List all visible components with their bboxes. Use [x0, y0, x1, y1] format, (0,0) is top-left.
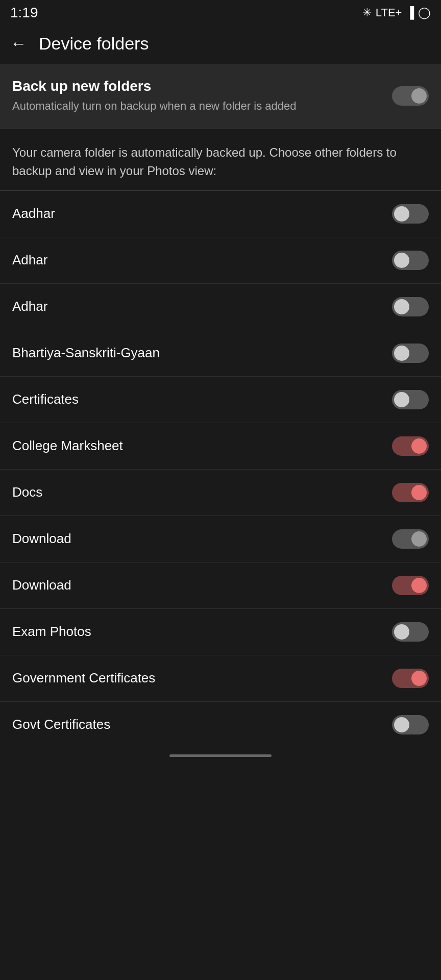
folder-toggle-0[interactable]: [392, 204, 429, 224]
folder-toggle-1[interactable]: [392, 251, 429, 270]
backup-new-description: Automatically turn on backup when a new …: [12, 99, 382, 114]
folder-name: Govt Certificates: [12, 717, 110, 732]
folder-name: Certificates: [12, 391, 79, 407]
folder-toggle-7[interactable]: [392, 529, 429, 549]
folder-toggle-11[interactable]: [392, 715, 429, 734]
folder-item: Exam Photos: [0, 609, 441, 655]
folder-toggle-4[interactable]: [392, 390, 429, 409]
folder-toggle-6[interactable]: [392, 483, 429, 502]
folder-name: Adhar: [12, 252, 47, 268]
folder-toggle-3[interactable]: [392, 344, 429, 363]
bottom-nav-indicator: [0, 748, 441, 763]
signal-icon: ▐: [406, 6, 414, 19]
battery-icon: ◯: [418, 6, 431, 19]
status-icons: ✳ LTE+ ▐ ◯: [362, 6, 431, 19]
folder-name: Download: [12, 531, 71, 547]
folder-name: Government Certificates: [12, 670, 155, 686]
back-button[interactable]: ←: [10, 34, 27, 53]
folder-item: Certificates: [0, 377, 441, 423]
folder-toggle-2[interactable]: [392, 297, 429, 316]
folder-item: Aadhar: [0, 191, 441, 237]
folder-item: Download: [0, 516, 441, 562]
folder-name: Adhar: [12, 299, 47, 314]
folder-toggle-8[interactable]: [392, 576, 429, 595]
folder-name: Download: [12, 577, 71, 593]
folder-item: Adhar: [0, 237, 441, 284]
header: ← Device folders: [0, 26, 441, 64]
folder-item: Govt Certificates: [0, 702, 441, 748]
folder-toggle-9[interactable]: [392, 622, 429, 642]
description-section: Your camera folder is automatically back…: [0, 129, 441, 191]
folder-toggle-10[interactable]: [392, 669, 429, 688]
backup-new-toggle[interactable]: [392, 86, 429, 106]
status-time: 1:19: [10, 5, 38, 21]
folder-name: College Marksheet: [12, 438, 123, 454]
folder-name: Docs: [12, 484, 42, 500]
folder-name: Aadhar: [12, 206, 55, 222]
nav-bar-line: [169, 754, 272, 757]
folder-item: Download: [0, 562, 441, 609]
folder-item: College Marksheet: [0, 423, 441, 470]
folder-item: Bhartiya-Sanskriti-Gyaan: [0, 330, 441, 377]
description-text: Your camera folder is automatically back…: [12, 143, 429, 180]
folder-toggle-5[interactable]: [392, 436, 429, 456]
backup-new-title: Back up new folders: [12, 78, 382, 94]
folder-list: AadharAdharAdharBhartiya-Sanskriti-Gyaan…: [0, 191, 441, 748]
page-title: Device folders: [39, 34, 149, 54]
folder-item: Government Certificates: [0, 655, 441, 702]
folder-name: Exam Photos: [12, 624, 91, 640]
lte-indicator: LTE+: [376, 6, 402, 19]
folder-item: Docs: [0, 470, 441, 516]
status-bar: 1:19 ✳ LTE+ ▐ ◯: [0, 0, 441, 26]
folder-name: Bhartiya-Sanskriti-Gyaan: [12, 345, 160, 361]
pinwheel-icon: ✳: [362, 6, 372, 19]
backup-new-section: Back up new folders Automatically turn o…: [0, 64, 441, 129]
folder-item: Adhar: [0, 284, 441, 330]
